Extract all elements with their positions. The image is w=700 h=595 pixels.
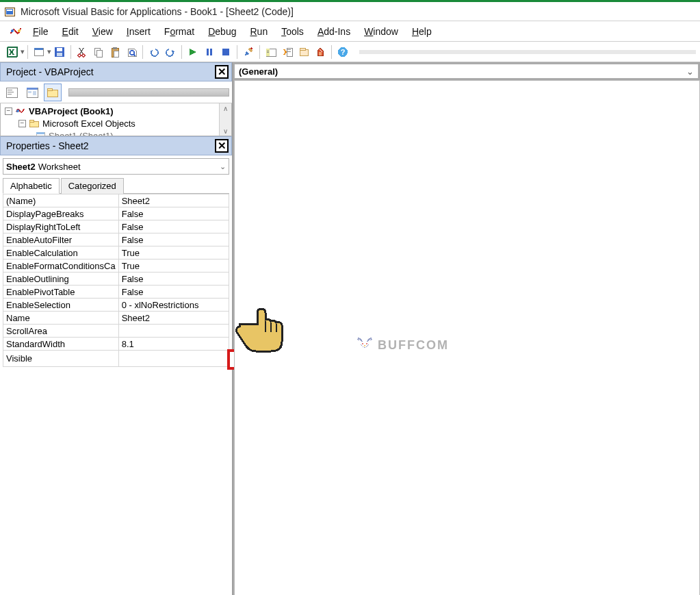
code-scope-dropdown[interactable]: (General) ⌄ [234,64,699,79]
tab-categorized[interactable]: Categorized [61,178,124,194]
property-name: StandardWidth [3,338,119,351]
property-row[interactable]: NameSheet2 [3,312,229,325]
chevron-down-icon: ⌄ [220,162,226,171]
property-name: EnableFormatConditionsCa [3,259,119,273]
menu-help[interactable]: Help [405,23,439,40]
view-object-icon[interactable] [23,84,41,101]
property-row[interactable]: (Name)Sheet2 [3,194,229,207]
svg-point-51 [16,110,19,112]
property-name: (Name) [3,194,119,207]
break-icon[interactable] [202,45,217,60]
svg-rect-17 [113,47,117,49]
toggle-folders-icon[interactable] [44,84,62,101]
cut-icon[interactable] [75,45,90,60]
property-name: EnableSelection [3,299,119,312]
svg-rect-25 [210,49,212,55]
vba-app-icon [4,5,16,18]
project-explorer-icon[interactable] [263,45,278,60]
svg-rect-46 [27,88,38,90]
menu-addins[interactable]: Add-Ins [311,23,357,40]
redo-icon[interactable] [163,45,178,60]
svg-rect-8 [34,48,43,50]
property-row[interactable]: EnableOutliningFalse [3,273,229,286]
tree-scrollbar[interactable]: ∧∨ [219,103,231,136]
property-value[interactable]: True [118,259,229,273]
property-row[interactable]: EnableAutoFilterFalse [3,233,229,246]
menu-run[interactable]: Run [243,23,274,40]
property-row[interactable]: Visible-1 - xlSheetVisible▼ [3,351,229,367]
property-row[interactable]: EnablePivotTableFalse [3,286,229,299]
menu-file[interactable]: File [26,23,55,40]
menu-view[interactable]: View [86,23,120,40]
find-icon[interactable] [124,45,139,60]
property-row[interactable]: StandardWidth8.1 [3,338,229,351]
svg-point-3 [11,29,14,32]
properties-window-icon[interactable] [280,45,295,60]
project-toolbar [0,81,232,103]
property-value[interactable]: 0 - xlNoRestrictions [118,299,229,312]
property-value[interactable]: False [118,233,229,246]
tree-folder[interactable]: Microsoft Excel Objects [42,118,135,129]
svg-rect-41 [6,88,17,97]
property-name: EnableOutlining [3,273,119,286]
tree-leaf[interactable]: Sheet1 (Sheet1) [49,131,114,137]
property-name: EnablePivotTable [3,286,119,299]
menu-window[interactable]: Window [357,23,405,40]
property-value[interactable]: False [118,207,229,220]
property-value[interactable]: True [118,246,229,259]
project-tree[interactable]: −VBAProject (Book1) −Microsoft Excel Obj… [0,103,232,136]
svg-rect-18 [114,51,118,57]
object-browser-icon[interactable] [296,45,311,60]
svg-rect-10 [57,48,62,51]
copy-icon[interactable] [91,45,106,60]
menu-debug[interactable]: Debug [201,23,243,40]
property-row[interactable]: DisplayRightToLeftFalse [3,220,229,233]
view-excel-icon[interactable] [5,45,20,60]
properties-panel-close-button[interactable]: ✕ [215,139,229,153]
svg-marker-27 [245,51,249,55]
property-row[interactable]: DisplayPageBreaksFalse [3,207,229,220]
tree-root[interactable]: VBAProject (Book1) [29,106,114,116]
design-mode-icon[interactable] [241,45,256,60]
menu-edit[interactable]: Edit [55,23,86,40]
run-icon[interactable] [185,45,200,60]
property-row[interactable]: EnableFormatConditionsCaTrue [3,259,229,273]
property-value[interactable]: Sheet2 [118,312,229,325]
menu-format[interactable]: Format [157,23,201,40]
svg-rect-11 [57,53,62,56]
paste-icon[interactable] [107,45,122,60]
help-icon[interactable]: ? [335,45,350,60]
property-value[interactable]: Sheet2 [118,194,229,207]
properties-panel-header: Properties - Sheet2 ✕ [0,136,232,155]
property-value[interactable]: 8.1 [118,338,229,351]
property-row[interactable]: EnableCalculationTrue [3,246,229,259]
window-titlebar: Microsoft Visual Basic for Applications … [0,2,700,21]
project-panel-close-button[interactable]: ✕ [215,65,229,79]
svg-rect-55 [36,132,44,134]
property-value[interactable]: False [118,286,229,299]
undo-icon[interactable] [146,45,161,60]
toolbar-overflow [359,50,696,54]
insert-userform-icon[interactable] [31,45,47,60]
property-name: DisplayRightToLeft [3,220,119,233]
property-value[interactable]: -1 - xlSheetVisible▼ [118,351,229,367]
properties-tabs: Alphabetic Categorized [3,177,229,194]
object-selector[interactable]: Sheet2 Worksheet ⌄ [3,158,229,175]
svg-rect-35 [287,51,291,52]
view-code-icon[interactable] [3,84,21,101]
code-editor[interactable] [234,80,700,595]
save-icon[interactable] [52,45,67,60]
object-selector-name: Sheet2 [6,162,36,172]
properties-grid[interactable]: (Name)Sheet2DisplayPageBreaksFalseDispla… [3,194,229,367]
property-value[interactable]: False [118,273,229,286]
project-panel-title: Project - VBAProject [6,66,94,77]
property-row[interactable]: ScrollArea [3,325,229,338]
property-value[interactable] [118,325,229,338]
property-row[interactable]: EnableSelection0 - xlNoRestrictions [3,299,229,312]
tab-alphabetic[interactable]: Alphabetic [3,178,60,194]
menu-insert[interactable]: Insert [120,23,157,40]
menu-tools[interactable]: Tools [274,23,311,40]
toolbox-icon[interactable] [313,45,328,60]
reset-icon[interactable] [218,45,233,60]
property-value[interactable]: False [118,220,229,233]
